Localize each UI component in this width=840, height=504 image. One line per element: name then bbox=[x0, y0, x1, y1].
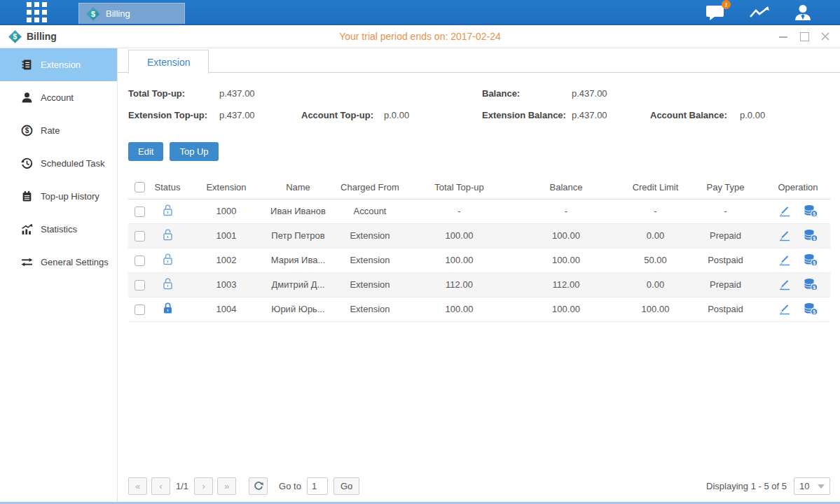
window-controls bbox=[778, 32, 830, 41]
cell-charged-from: Extension bbox=[328, 297, 412, 321]
sidebar-item-rate[interactable]: $ Rate bbox=[0, 114, 117, 147]
close-icon[interactable] bbox=[820, 32, 830, 41]
cell-charged-from: Extension bbox=[328, 223, 412, 248]
sidebar-item-extension[interactable]: Extension bbox=[0, 48, 117, 81]
cell-balance: - bbox=[507, 199, 626, 223]
pencil-icon[interactable] bbox=[778, 279, 791, 290]
cell-total-topup: 100.00 bbox=[412, 223, 507, 248]
next-page-button[interactable]: › bbox=[194, 477, 213, 495]
coins-icon[interactable]: $ bbox=[804, 229, 818, 242]
sidebar-item-scheduled-task[interactable]: Scheduled Task bbox=[0, 147, 117, 180]
first-page-button[interactable]: « bbox=[128, 477, 147, 495]
cell-total-topup: 112.00 bbox=[412, 272, 507, 297]
sidebar-item-label: Top-up History bbox=[41, 191, 99, 202]
sidebar-item-statistics[interactable]: Statistics bbox=[0, 213, 117, 246]
topup-history-icon bbox=[21, 190, 33, 202]
cell-pay-type: Postpaid bbox=[685, 297, 766, 321]
cell-extension: 1002 bbox=[184, 248, 268, 272]
cell-balance: 100.00 bbox=[507, 223, 626, 248]
last-page-button[interactable]: » bbox=[217, 477, 236, 495]
refresh-button[interactable] bbox=[249, 477, 268, 495]
col-balance: Balance bbox=[507, 176, 626, 199]
trial-message: Your trial period ends on: 2017-02-24 bbox=[0, 31, 840, 42]
go-button[interactable]: Go bbox=[333, 477, 359, 495]
sidebar-item-account[interactable]: Account bbox=[0, 81, 117, 114]
row-checkbox[interactable] bbox=[135, 304, 145, 315]
tabstrip: Extension bbox=[118, 49, 840, 73]
topbar: $ Billing ! bbox=[0, 0, 840, 25]
cell-credit-limit: - bbox=[626, 199, 685, 223]
top-up-button[interactable]: Top Up bbox=[170, 142, 218, 161]
total-topup-label: Total Top-up: bbox=[128, 88, 219, 99]
status-unlocked-icon bbox=[162, 204, 174, 216]
cell-balance: 100.00 bbox=[507, 248, 626, 272]
cell-extension: 1003 bbox=[184, 272, 268, 297]
app-window: $ Billing ! bbox=[0, 0, 840, 504]
sidebar-item-label: Scheduled Task bbox=[41, 158, 105, 169]
extension-icon bbox=[21, 59, 33, 71]
col-credit-limit: Credit Limit bbox=[626, 176, 685, 199]
edit-button[interactable]: Edit bbox=[128, 142, 163, 161]
pencil-icon[interactable] bbox=[778, 255, 791, 266]
pagination-bar: « ‹ 1/1 › » Go to Go Displaying 1 - 5 of… bbox=[128, 477, 830, 495]
notification-badge: ! bbox=[722, 0, 731, 9]
cell-balance: 100.00 bbox=[507, 297, 626, 321]
sidebar-item-label: Statistics bbox=[41, 224, 77, 234]
sidebar-item-general-settings[interactable]: General Settings bbox=[0, 246, 117, 279]
col-charged-from: Charged From bbox=[328, 176, 412, 199]
page-size-select[interactable]: 10 bbox=[794, 477, 830, 495]
summary-left: Total Top-up: p.437.00 Extension Top-up:… bbox=[128, 83, 482, 126]
cell-extension: 1001 bbox=[184, 223, 268, 248]
col-name: Name bbox=[268, 176, 328, 199]
cell-total-topup: 100.00 bbox=[412, 297, 507, 321]
minimize-icon[interactable] bbox=[778, 32, 788, 41]
cell-balance: 112.00 bbox=[507, 272, 626, 297]
sidebar-item-topup-history[interactable]: Top-up History bbox=[0, 180, 117, 213]
topbar-right: ! bbox=[705, 0, 812, 25]
maximize-icon[interactable] bbox=[799, 32, 809, 41]
titlebar: $ Billing Your trial period ends on: 201… bbox=[0, 25, 840, 48]
balance-label: Balance: bbox=[482, 88, 572, 99]
account-topup-label: Account Top-up: bbox=[301, 110, 384, 120]
balance-value: p.437.00 bbox=[572, 88, 607, 99]
taskbar-tab-billing[interactable]: $ Billing bbox=[78, 3, 185, 24]
messages-icon[interactable]: ! bbox=[705, 4, 725, 21]
tab-extension[interactable]: Extension bbox=[128, 50, 209, 74]
coins-icon[interactable]: $ bbox=[804, 253, 818, 267]
col-status: Status bbox=[151, 176, 184, 199]
coins-icon[interactable]: $ bbox=[804, 302, 818, 316]
extension-balance-value: p.437.00 bbox=[572, 110, 650, 120]
action-buttons: Edit Top Up bbox=[128, 142, 830, 161]
apps-grid-icon[interactable] bbox=[27, 2, 47, 22]
pencil-icon[interactable] bbox=[778, 304, 791, 315]
row-checkbox[interactable] bbox=[135, 206, 145, 217]
goto-page-input[interactable] bbox=[307, 477, 328, 495]
user-icon[interactable] bbox=[794, 4, 812, 21]
footer-right: Displaying 1 - 5 of 5 10 bbox=[706, 477, 830, 495]
row-checkbox[interactable] bbox=[135, 280, 145, 290]
cell-credit-limit: 100.00 bbox=[626, 297, 685, 321]
select-all-checkbox[interactable] bbox=[135, 182, 145, 192]
table-row: 1004 Юрий Юрь... Extension 100.00 100.00… bbox=[128, 297, 830, 321]
row-checkbox[interactable] bbox=[135, 255, 145, 266]
pencil-icon[interactable] bbox=[778, 230, 791, 241]
general-settings-icon bbox=[21, 256, 33, 268]
account-icon bbox=[21, 92, 33, 104]
table-row: 1003 Дмитрий Д... Extension 112.00 112.0… bbox=[128, 272, 830, 297]
cell-total-topup: 100.00 bbox=[412, 248, 507, 272]
prev-page-button[interactable]: ‹ bbox=[151, 477, 170, 495]
pencil-icon[interactable] bbox=[778, 206, 791, 217]
coins-icon[interactable]: $ bbox=[804, 204, 818, 218]
line-chart-icon[interactable] bbox=[749, 5, 770, 20]
account-topup-value: p.0.00 bbox=[384, 110, 409, 120]
table-row: 1002 Мария Ива... Extension 100.00 100.0… bbox=[128, 248, 830, 272]
row-checkbox[interactable] bbox=[135, 231, 145, 241]
svg-text:$: $ bbox=[813, 236, 815, 241]
sidebar-item-label: General Settings bbox=[41, 257, 109, 267]
cell-charged-from: Extension bbox=[328, 272, 412, 297]
page-size-value: 10 bbox=[799, 481, 809, 491]
coins-icon[interactable]: $ bbox=[804, 278, 818, 291]
goto-label: Go to bbox=[279, 481, 301, 491]
cell-credit-limit: 0.00 bbox=[626, 272, 685, 297]
cell-pay-type: Postpaid bbox=[685, 248, 766, 272]
